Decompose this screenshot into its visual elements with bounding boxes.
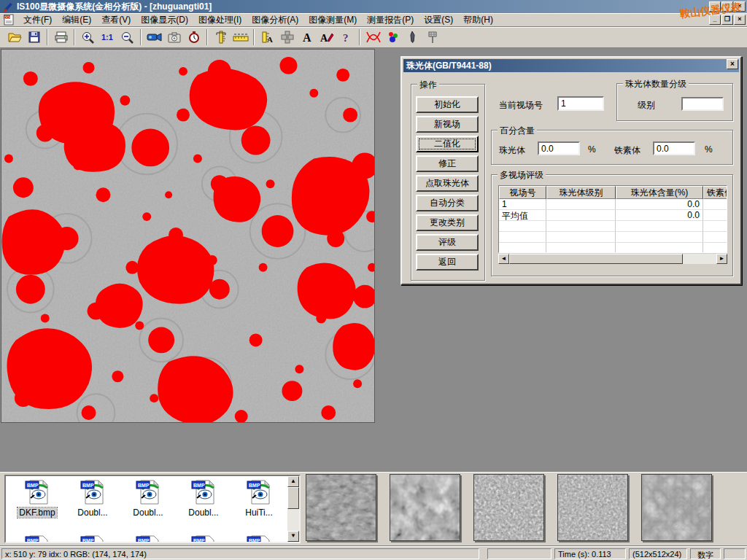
bmp-file-icon: BMP (190, 534, 217, 543)
text-edit-icon[interactable]: A (317, 28, 336, 47)
save-icon[interactable] (24, 28, 44, 47)
vertical-caliper-icon[interactable] (211, 28, 231, 47)
menu-image-analysis[interactable]: 图像分析(A) (247, 12, 303, 28)
svg-text:BMP: BMP (138, 538, 150, 543)
thumbnail-1[interactable] (306, 474, 376, 541)
thumbnail-3[interactable] (473, 474, 544, 541)
file-list[interactable]: BMP DKF.bmp BMP Doubl... BMP Doubl... BM… (4, 475, 301, 543)
ferrite-label: 铁素体 (614, 144, 640, 157)
curve-measure-icon[interactable] (363, 28, 383, 47)
document-icon: DOC (3, 14, 15, 26)
child-minimize-button[interactable]: _ (709, 15, 721, 25)
file-name[interactable]: Doubl... (131, 508, 164, 518)
file-item[interactable]: BMP (178, 534, 229, 543)
bmp-file-icon: BMP (135, 479, 161, 505)
zoom-in-icon[interactable] (78, 28, 98, 47)
file-item[interactable]: BMP Doubl... (178, 479, 229, 518)
scroll-down-icon[interactable]: ▼ (287, 531, 299, 542)
new-field-button[interactable]: 新视场 (416, 116, 479, 133)
bmp-file-icon: BMP (246, 479, 272, 505)
scroll-left-icon[interactable]: ◄ (498, 254, 509, 264)
phase-color-icon[interactable] (383, 28, 403, 47)
grid-brush-icon[interactable] (422, 28, 442, 47)
video-camera-icon[interactable] (144, 28, 164, 47)
menu-view[interactable]: 查看(V) (96, 12, 136, 28)
menu-help[interactable]: 帮助(H) (458, 12, 498, 28)
level-input[interactable] (681, 97, 724, 111)
minimize-button[interactable]: _ (709, 1, 721, 12)
scrollbar-thumb[interactable] (509, 254, 683, 264)
draw-pen-icon[interactable] (403, 28, 422, 47)
ferrite-percent-input[interactable] (653, 141, 695, 155)
child-close-button[interactable]: × (734, 15, 746, 25)
pearlite-percent-input[interactable] (538, 141, 580, 155)
scroll-right-icon[interactable]: ► (716, 254, 727, 264)
operation-group-label: 操作 (417, 79, 439, 91)
actual-size-icon[interactable]: 1:1 (98, 28, 117, 47)
text-annotate-icon[interactable]: A (297, 28, 317, 47)
timer-icon[interactable] (184, 28, 204, 47)
bottom-panel: BMP DKF.bmp BMP Doubl... BMP Doubl... BM… (0, 471, 747, 545)
file-item[interactable]: BMP (123, 534, 174, 543)
open-file-icon[interactable] (4, 28, 24, 47)
svg-text:?: ? (343, 32, 349, 44)
table-horizontal-scrollbar[interactable]: ◄ ► (498, 254, 727, 264)
thumbnail-5[interactable] (641, 474, 712, 541)
print-icon[interactable] (51, 28, 71, 47)
cell-field-no: 平均值 (499, 210, 546, 221)
capture-icon[interactable] (164, 28, 184, 47)
pick-pearlite-button[interactable]: 点取珠光体 (416, 175, 479, 192)
measure-label-icon[interactable]: A (258, 28, 277, 47)
binarize-button[interactable]: 二值化 (416, 136, 479, 152)
file-name[interactable]: Doubl... (187, 508, 220, 518)
file-item[interactable]: BMP HuiTi... (233, 479, 285, 518)
multi-field-group-label: 多视场评级 (498, 169, 546, 182)
menu-edit[interactable]: 编辑(E) (57, 12, 96, 28)
file-list-scrollbar[interactable]: ▲ ▼ (287, 476, 299, 542)
table-row[interactable]: 平均值 0.0 (499, 210, 727, 221)
file-item[interactable]: BMP DKF.bmp (12, 479, 63, 518)
scroll-up-icon[interactable]: ▲ (287, 476, 299, 487)
zoom-out-icon[interactable] (117, 28, 137, 47)
child-restore-button[interactable]: ❐ (721, 15, 733, 25)
menu-settings[interactable]: 设置(S) (419, 12, 458, 28)
thumbnail-4[interactable] (557, 474, 628, 541)
svg-text:BMP: BMP (249, 538, 260, 543)
menu-image-measure[interactable]: 图像测量(M) (303, 12, 362, 28)
auto-classify-button[interactable]: 自动分类 (416, 195, 479, 211)
initialize-button[interactable]: 初始化 (416, 96, 479, 113)
file-item[interactable]: BMP Doubl... (123, 479, 174, 518)
menu-report[interactable]: 测量报告(P) (362, 12, 419, 28)
dialog-title-bar[interactable]: 珠光体(GB/T9441-88) (403, 59, 739, 72)
close-button[interactable]: × (734, 1, 746, 12)
change-class-button[interactable]: 更改类别 (416, 214, 479, 231)
maximize-button[interactable]: □ (721, 1, 733, 12)
image-merge-icon[interactable] (277, 28, 297, 47)
rate-button[interactable]: 评级 (416, 234, 479, 251)
table-row-empty (499, 243, 727, 253)
dialog-close-button[interactable]: × (727, 59, 738, 69)
table-row[interactable]: 1 0.0 (499, 199, 727, 210)
toolbar-separator (253, 29, 255, 45)
file-item[interactable]: BMP (233, 534, 285, 543)
menu-file[interactable]: 文件(F) (18, 12, 57, 28)
current-field-input[interactable] (557, 96, 604, 111)
file-item[interactable]: BMP (12, 534, 63, 543)
scrollbar-thumb[interactable] (287, 487, 299, 509)
title-bar[interactable]: IS100显微摄像系统(金相分析版) - [zhuguangti01] _ □ … (0, 0, 747, 13)
file-item[interactable]: BMP Doubl... (67, 479, 118, 518)
thumbnail-2[interactable] (390, 474, 460, 541)
specimen-image[interactable] (1, 49, 375, 423)
help-icon[interactable]: ? (336, 28, 356, 47)
file-item[interactable]: BMP (67, 534, 118, 543)
file-name[interactable]: Doubl... (76, 508, 109, 518)
file-name[interactable]: DKF.bmp (18, 508, 56, 518)
rating-table[interactable]: 视场号 珠光体级别 珠光体含量(%) 铁素体 1 0.0 平均值 0.0 (498, 185, 727, 253)
return-button[interactable]: 返回 (416, 254, 479, 271)
menu-image-process[interactable]: 图像处理(I) (193, 12, 247, 28)
file-name[interactable]: HuiTi... (244, 508, 274, 518)
correct-button[interactable]: 修正 (416, 155, 479, 172)
horizontal-ruler-icon[interactable] (231, 28, 250, 47)
svg-text:A: A (267, 35, 273, 44)
menu-image-display[interactable]: 图像显示(D) (136, 12, 193, 28)
